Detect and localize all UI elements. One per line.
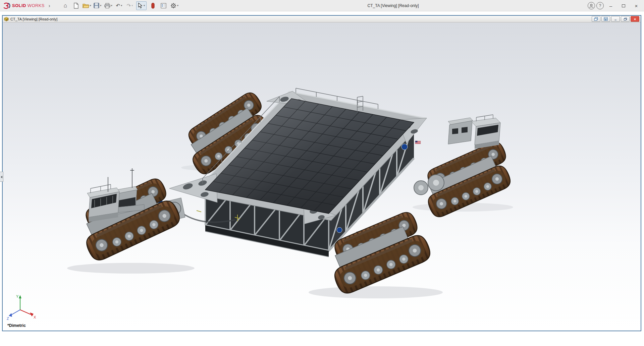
tile-windows-icon	[604, 17, 608, 21]
machinery-house-right[interactable]	[448, 118, 473, 144]
maximize-icon	[622, 4, 625, 7]
new-document-icon	[73, 3, 79, 9]
doc-minimize-button[interactable]: –	[611, 16, 620, 22]
doc-restore-button[interactable]	[621, 16, 630, 22]
open-folder-icon	[83, 3, 89, 8]
document-title: CT_TA [Viewing] [Read-only]	[10, 17, 57, 21]
workspace: CT_TA [Viewing] [Read-only]	[0, 11, 644, 346]
save-icon	[94, 3, 99, 8]
operator-cab-left[interactable]	[87, 184, 119, 222]
3ds-logo-icon	[3, 2, 11, 9]
select-tool-button[interactable]: ▾	[136, 1, 147, 10]
options-dropdown-arrow[interactable]: ▾	[177, 4, 178, 7]
select-dropdown-arrow[interactable]: ▾	[144, 4, 145, 7]
part-document-icon	[4, 17, 9, 21]
operator-cab-right[interactable]	[471, 115, 500, 149]
undo-dropdown-arrow[interactable]: ▾	[121, 4, 122, 7]
undo-icon: ↶	[116, 3, 120, 8]
doc-close-button[interactable]: ×	[631, 16, 639, 22]
record-icon	[151, 3, 155, 9]
document-titlebar[interactable]: CT_TA [Viewing] [Read-only]	[3, 16, 641, 22]
save-button[interactable]: ▾	[93, 1, 102, 10]
document-window: CT_TA [Viewing] [Read-only]	[2, 15, 641, 331]
open-button[interactable]: ▾	[83, 1, 91, 10]
app-titlebar: SOLIDWORKS › ⌂ ▾	[0, 0, 644, 11]
z-axis-label: Z	[7, 316, 9, 321]
minimize-button[interactable]: –	[605, 1, 616, 11]
undo-button[interactable]: ↶ ▾	[115, 1, 123, 10]
account-icon	[589, 3, 594, 8]
quick-access-toolbar: ⌂ ▾ ▾	[61, 1, 179, 10]
y-axis-arrow	[19, 295, 21, 298]
doc-restore-icon	[624, 18, 627, 20]
file-properties-button[interactable]	[159, 1, 168, 10]
select-cursor-icon	[138, 3, 143, 8]
redo-button[interactable]: ↷ ▾	[125, 1, 134, 10]
solidworks-window: SOLIDWORKS › ⌂ ▾	[0, 0, 644, 346]
record-button[interactable]	[149, 1, 157, 10]
us-flag-right	[415, 141, 421, 144]
close-button[interactable]: ×	[631, 1, 642, 11]
print-icon	[104, 3, 110, 8]
redo-dropdown-arrow[interactable]: ▾	[131, 4, 133, 7]
z-axis-arrow	[9, 313, 12, 317]
model-3d-view[interactable]	[3, 22, 641, 331]
document-window-controls: – ×	[592, 16, 639, 22]
brand-solid-text: SOLID	[12, 3, 26, 8]
print-button[interactable]: ▾	[104, 1, 113, 10]
doc-cascade-button[interactable]	[592, 16, 600, 22]
options-gear-icon	[170, 3, 176, 9]
cascade-windows-icon	[594, 17, 598, 21]
home-icon: ⌂	[64, 3, 67, 8]
brand-works-text: WORKS	[28, 3, 45, 8]
view-orientation-label: *Dimetric	[7, 323, 26, 328]
options-button[interactable]: ▾	[170, 1, 179, 10]
open-dropdown-arrow[interactable]: ▾	[90, 4, 91, 7]
print-dropdown-arrow[interactable]: ▾	[111, 4, 112, 7]
menu-expand-button[interactable]: ›	[47, 3, 52, 8]
maximize-button[interactable]	[618, 1, 629, 11]
orientation-triad[interactable]: Y X Z	[6, 293, 38, 321]
new-document-button[interactable]	[72, 1, 80, 10]
redo-icon: ↷	[127, 3, 131, 8]
titlebar-right-controls: ? – ×	[588, 0, 642, 11]
feature-panel-collapsed-tab[interactable]	[0, 172, 3, 182]
help-icon: ?	[599, 3, 601, 8]
window-title: CT_TA [Viewing] [Read-only]	[368, 0, 419, 11]
x-axis-label: X	[34, 315, 36, 319]
home-button[interactable]: ⌂	[61, 1, 70, 10]
solidworks-logo: SOLIDWORKS	[3, 2, 45, 9]
y-axis-label: Y	[16, 294, 19, 298]
doc-tile-button[interactable]	[601, 16, 610, 22]
doc-minimize-icon: –	[614, 18, 616, 22]
graphics-viewport[interactable]: Y X Z *Dimetric	[3, 22, 641, 331]
account-button[interactable]	[588, 2, 595, 9]
file-properties-icon	[161, 3, 166, 8]
help-button[interactable]: ?	[596, 2, 604, 9]
save-dropdown-arrow[interactable]: ▾	[100, 4, 101, 7]
